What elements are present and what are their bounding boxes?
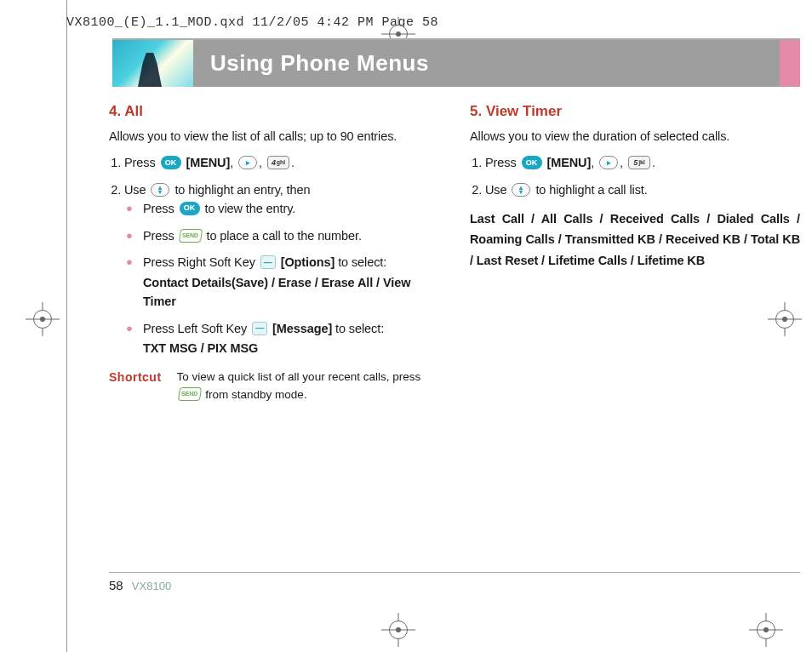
send-icon: SEND bbox=[178, 229, 202, 243]
text: from standby mode. bbox=[205, 388, 306, 401]
text: to highlight an entry, then bbox=[174, 183, 310, 197]
text: . bbox=[652, 156, 655, 169]
text: SEND bbox=[181, 390, 197, 399]
footer: 58 VX8100 bbox=[109, 572, 800, 592]
step-2-left: Use to highlight an entry, then Press OK… bbox=[124, 181, 439, 358]
text: Press Left Soft Key bbox=[143, 322, 247, 335]
nav-right-icon bbox=[238, 156, 257, 169]
view-timer-options: Last Call / All Calls / Received Calls /… bbox=[470, 209, 800, 272]
nav-updown-icon bbox=[151, 183, 169, 197]
menu-label: [MENU] bbox=[186, 156, 230, 169]
banner-title: Using Phone Menus bbox=[193, 40, 780, 87]
nav-updown-icon bbox=[512, 183, 530, 197]
ok-icon: OK bbox=[522, 156, 542, 169]
send-icon: SEND bbox=[177, 387, 201, 401]
step-2-right: Use to highlight a call list. bbox=[485, 181, 800, 200]
text: jkl bbox=[638, 158, 644, 168]
text: , bbox=[230, 156, 233, 169]
text: 4 bbox=[272, 157, 276, 169]
message-opts: TXT MSG / PIX MSG bbox=[143, 340, 439, 358]
shortcut-block: Shortcut To view a quick list of all you… bbox=[109, 369, 439, 404]
banner-accent bbox=[780, 40, 800, 87]
text: . bbox=[291, 156, 294, 169]
column-left: 4. All Allows you to view the list of al… bbox=[109, 100, 439, 404]
nav-right-icon bbox=[599, 156, 618, 169]
shortcut-text: To view a quick list of all your recent … bbox=[177, 369, 421, 404]
text: Press bbox=[143, 229, 174, 243]
banner: Using Phone Menus bbox=[112, 40, 800, 87]
heading-view-timer: 5. View Timer bbox=[470, 100, 800, 123]
bullet-place-call: Press SEND to place a call to the number… bbox=[140, 227, 439, 246]
text: , bbox=[620, 156, 623, 169]
text: to highlight a call list. bbox=[535, 183, 647, 197]
text: Use bbox=[485, 183, 507, 197]
register-mark-left bbox=[26, 302, 60, 336]
key-4-icon: 4ghi bbox=[267, 156, 289, 169]
page-body: Using Phone Menus 4. All Allows you to v… bbox=[66, 38, 812, 652]
bullet-options: Press Right Soft Key [Options] to select… bbox=[140, 254, 439, 311]
step-1-left: Press OK [MENU], , 4ghi. bbox=[124, 154, 439, 173]
text: to select: bbox=[338, 255, 386, 269]
text: to select: bbox=[335, 322, 384, 335]
intro-view-timer: Allows you to view the duration of selec… bbox=[470, 128, 800, 146]
intro-all: Allows you to view the list of all calls… bbox=[109, 128, 439, 146]
step-1-right: Press OK [MENU], , 5jkl. bbox=[485, 154, 800, 173]
right-soft-key-icon bbox=[260, 255, 276, 269]
text: 5 bbox=[633, 157, 638, 169]
text: Press bbox=[485, 156, 517, 169]
shortcut-label: Shortcut bbox=[109, 369, 162, 404]
menu-label: [MENU] bbox=[546, 156, 591, 169]
key-5-icon: 5jkl bbox=[628, 156, 650, 169]
message-label: [Message] bbox=[272, 322, 332, 335]
text: , bbox=[591, 156, 594, 169]
bullet-view-entry: Press OK to view the entry. bbox=[140, 200, 439, 219]
page-number: 58 bbox=[109, 578, 123, 592]
text: Press Right Soft Key bbox=[143, 255, 255, 269]
model-number: VX8100 bbox=[132, 580, 171, 592]
ok-icon: OK bbox=[180, 202, 200, 215]
column-right: 5. View Timer Allows you to view the dur… bbox=[470, 100, 800, 404]
text: to view the entry. bbox=[204, 202, 295, 215]
text: Press bbox=[124, 156, 156, 169]
heading-all: 4. All bbox=[109, 100, 439, 123]
text: ghi bbox=[277, 158, 285, 168]
options-label: [Options] bbox=[281, 255, 335, 269]
banner-photo bbox=[112, 40, 193, 87]
rule-footer bbox=[109, 572, 800, 573]
text: SEND bbox=[182, 231, 198, 240]
left-soft-key-icon bbox=[252, 322, 267, 335]
text: Press bbox=[143, 202, 174, 215]
options-list: Contact Details(Save) / Erase / Erase Al… bbox=[143, 274, 439, 312]
bullet-message: Press Left Soft Key [Message] to select:… bbox=[140, 320, 439, 359]
ok-icon: OK bbox=[161, 156, 181, 169]
text: Use bbox=[124, 183, 146, 197]
text: to place a call to the number. bbox=[206, 229, 361, 243]
text: , bbox=[259, 156, 262, 169]
text: To view a quick list of all your recent … bbox=[177, 370, 421, 383]
